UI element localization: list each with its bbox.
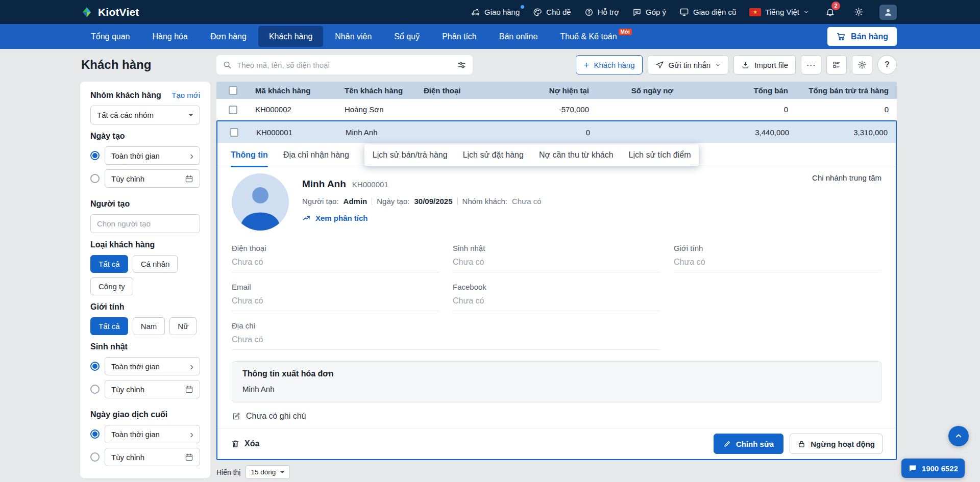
kiotviet-logo[interactable]: KiotViet	[80, 6, 139, 19]
help-button[interactable]: ?	[877, 55, 897, 74]
customer-type-all-chip[interactable]: Tất cả	[90, 255, 128, 273]
invoice-info-value: Minh Anh	[242, 385, 871, 393]
chevron-up-icon	[954, 432, 963, 441]
table-row[interactable]: KH000002 Hoàng Sơn -570,000 0 0	[216, 99, 897, 120]
toolbar-actions: + Khách hàng Gửi tin nhắn Import file ⋯	[576, 55, 897, 74]
nav-tab-products[interactable]: Hàng hóa	[142, 26, 199, 47]
customer-type-company-chip[interactable]: Công ty	[90, 277, 133, 295]
add-customer-button[interactable]: + Khách hàng	[576, 55, 642, 74]
birthday-all-time-radio[interactable]: Toàn thời gian›	[90, 357, 200, 375]
last-transaction-all-time-radio[interactable]: Toàn thời gian›	[90, 425, 200, 443]
gender-all-chip[interactable]: Tất cả	[90, 317, 128, 335]
edit-button[interactable]: Chỉnh sửa	[714, 434, 783, 454]
table-settings-button[interactable]	[852, 55, 872, 74]
topbar-item-support[interactable]: Hỗ trợ	[584, 8, 619, 17]
delete-button[interactable]: Xóa	[231, 439, 259, 448]
nav-tab-tax-accounting[interactable]: Thuế & Kế toán Mới	[549, 26, 642, 47]
cart-icon	[836, 32, 846, 41]
nav-tab-label: Thuế & Kế toán	[560, 32, 617, 41]
topbar-item-old-interface[interactable]: Giao diện cũ	[679, 7, 736, 17]
select-all-checkbox[interactable]	[229, 86, 237, 95]
nav-tab-customers[interactable]: Khách hàng	[258, 26, 323, 47]
page-size-select[interactable]: 15 dòng	[246, 465, 290, 479]
customer-group-select[interactable]: Tất cả các nhóm	[90, 106, 200, 124]
column-header-debt-days[interactable]: Số ngày nợ	[593, 86, 677, 95]
column-header-phone[interactable]: Điện thoại	[420, 86, 511, 95]
language-selector[interactable]: ★ Tiếng Việt	[749, 8, 809, 16]
view-analytics-link[interactable]: Xem phân tích	[302, 214, 368, 222]
field-value: Chưa có	[453, 258, 660, 267]
customer-code: KH000001	[352, 180, 388, 189]
field-address: Địa chỉ Chưa có	[232, 321, 660, 350]
created-date-label: Ngày tạo:	[377, 197, 409, 206]
filter-section-creator: Người tạo	[90, 192, 200, 233]
nav-tab-orders[interactable]: Đơn hàng	[200, 26, 257, 47]
topbar-item-delivery[interactable]: Giao hàng	[471, 7, 520, 17]
column-header-debt[interactable]: Nợ hiện tại	[511, 86, 593, 95]
scroll-top-button[interactable]	[948, 426, 969, 446]
topbar-item-feedback[interactable]: Góp ý	[632, 8, 666, 17]
settings-button[interactable]	[851, 5, 866, 20]
gender-male-chip[interactable]: Nam	[133, 317, 165, 335]
created-date-custom-radio[interactable]: Tùy chỉnh	[90, 169, 200, 188]
import-file-button[interactable]: Import file	[733, 55, 796, 74]
row-checkbox[interactable]	[229, 106, 237, 114]
radio-label: Toàn thời gian	[111, 151, 160, 160]
cell-total-net: 0	[792, 105, 897, 114]
sell-button[interactable]: Bán hàng	[827, 27, 897, 46]
topbar-item-label: Hỗ trợ	[598, 8, 619, 16]
search-input[interactable]	[237, 61, 452, 69]
cell-total: 3,440,000	[678, 128, 793, 137]
creator-input[interactable]	[90, 214, 200, 233]
user-avatar-button[interactable]	[879, 5, 897, 20]
detail-tab-shipping-address[interactable]: Địa chỉ nhận hàng	[283, 143, 349, 167]
field-value: Chưa có	[232, 335, 660, 344]
field-label: Địa chỉ	[232, 321, 660, 330]
column-header-total[interactable]: Tổng bán	[677, 86, 792, 95]
detail-tab-sales-history[interactable]: Lịch sử bán/trả hàng	[373, 144, 448, 166]
view-analytics-label: Xem phân tích	[315, 214, 368, 222]
delete-label: Xóa	[244, 439, 259, 448]
table-header-row: Mã khách hàng Tên khách hàng Điện thoại …	[216, 82, 897, 99]
radio-label: Tùy chỉnh	[111, 453, 144, 462]
create-group-link[interactable]: Tạo mới	[172, 91, 200, 99]
content: Khách hàng Nhóm khách hàng Tạo mới Tất c…	[80, 49, 897, 479]
gender-female-chip[interactable]: Nữ	[169, 317, 197, 335]
detail-tabs: Thông tin Địa chỉ nhận hàng Lịch sử bán/…	[217, 143, 896, 167]
column-header-code[interactable]: Mã khách hàng	[251, 86, 340, 95]
topbar-item-theme[interactable]: Chủ đề	[533, 8, 571, 17]
nav-tab-online-sales[interactable]: Bán online	[488, 26, 549, 47]
nav-tab-analytics[interactable]: Phân tích	[431, 26, 487, 47]
detail-tab-info[interactable]: Thông tin	[231, 143, 268, 167]
customer-type-personal-chip[interactable]: Cá nhân	[133, 255, 178, 273]
field-label: Điện thoại	[232, 244, 439, 252]
notifications-button[interactable]: 2	[822, 5, 838, 20]
last-transaction-custom-radio[interactable]: Tùy chỉnh	[90, 448, 200, 466]
deactivate-button[interactable]: Ngừng hoạt động	[790, 434, 883, 454]
nav-tab-overview[interactable]: Tổng quan	[80, 26, 141, 47]
column-header-total-net[interactable]: Tổng bán trừ trả hàng	[792, 86, 897, 95]
page-title: Khách hàng	[80, 55, 210, 74]
row-checkbox[interactable]	[230, 128, 238, 137]
table-row[interactable]: KH000001 Minh Anh 0 3,440,000 3,310,000	[217, 121, 896, 143]
filter-icon[interactable]	[457, 60, 467, 70]
selected-customer-block: KH000001 Minh Anh 0 3,440,000 3,310,000 …	[216, 120, 897, 460]
more-actions-button[interactable]: ⋯	[801, 55, 821, 74]
topbar-item-label: Giao hàng	[484, 8, 520, 16]
nav-tab-cashbook[interactable]: Sổ quỹ	[383, 26, 430, 47]
import-file-label: Import file	[754, 61, 788, 69]
view-toggle-button[interactable]	[826, 55, 847, 74]
field-gender: Giới tính Chưa có	[674, 244, 881, 272]
nav-tab-staff[interactable]: Nhân viên	[324, 26, 382, 47]
radio-label: Tùy chỉnh	[111, 385, 144, 394]
column-header-name[interactable]: Tên khách hàng	[340, 86, 420, 95]
detail-tab-order-history[interactable]: Lịch sử đặt hàng	[463, 144, 524, 166]
created-date-all-time-radio[interactable]: Toàn thời gian›	[90, 146, 200, 165]
hotline-button[interactable]: 1900 6522	[901, 459, 965, 478]
send-message-button[interactable]: Gửi tin nhắn	[648, 55, 729, 74]
birthday-custom-radio[interactable]: Tùy chỉnh	[90, 380, 200, 398]
detail-tab-points-history[interactable]: Lịch sử tích điểm	[629, 144, 691, 166]
topbar-item-label: Góp ý	[646, 8, 666, 16]
detail-tab-receivables[interactable]: Nợ cần thu từ khách	[539, 144, 614, 166]
note-row[interactable]: Chưa có ghi chú	[232, 412, 881, 421]
